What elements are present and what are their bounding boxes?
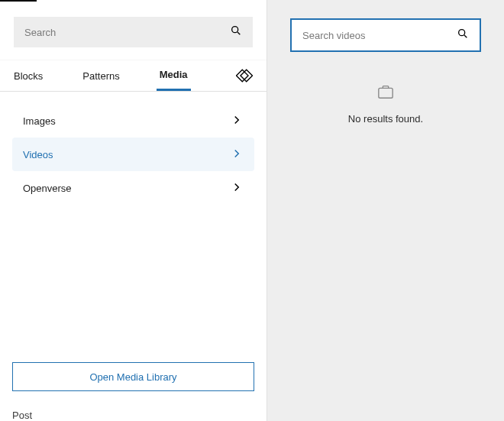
category-label: Openverse — [23, 183, 230, 194]
search-box[interactable]: Search — [14, 17, 253, 47]
tab-blocks[interactable]: Blocks — [11, 60, 46, 91]
inserter-panel: Search Blocks Patterns Media Images Vide… — [0, 0, 267, 421]
inserter-tabs: Blocks Patterns Media — [0, 60, 267, 92]
svg-rect-6 — [379, 88, 393, 98]
top-selection-marker — [0, 0, 37, 2]
svg-rect-3 — [241, 70, 253, 82]
chevron-right-icon — [230, 113, 244, 129]
category-videos[interactable]: Videos — [12, 138, 254, 171]
media-results-panel: Search videos No results found. — [267, 0, 504, 421]
video-search-placeholder: Search videos — [302, 30, 457, 41]
open-media-library-button[interactable]: Open Media Library — [12, 362, 254, 391]
category-label: Images — [23, 115, 230, 127]
svg-point-0 — [232, 27, 238, 33]
media-empty-icon — [377, 84, 394, 102]
search-icon — [230, 24, 242, 40]
svg-point-4 — [459, 30, 465, 36]
category-label: Videos — [23, 149, 230, 160]
category-images[interactable]: Images — [12, 104, 254, 138]
no-results-text: No results found. — [348, 113, 423, 125]
category-openverse[interactable]: Openverse — [12, 171, 254, 205]
video-search-box[interactable]: Search videos — [290, 18, 481, 52]
search-container: Search — [0, 0, 267, 60]
svg-rect-2 — [236, 70, 248, 82]
search-placeholder: Search — [24, 27, 230, 38]
media-categories: Images Videos Openverse — [0, 92, 267, 350]
chevron-right-icon — [230, 180, 244, 196]
svg-line-5 — [464, 35, 467, 37]
search-icon — [457, 28, 469, 43]
post-label: Post — [0, 403, 267, 421]
chevron-right-icon — [230, 147, 244, 163]
bottom-area: Open Media Library — [0, 350, 267, 403]
svg-line-1 — [237, 32, 240, 34]
pattern-explorer-icon[interactable] — [233, 67, 256, 84]
tab-media[interactable]: Media — [157, 60, 191, 91]
tab-patterns[interactable]: Patterns — [79, 60, 122, 91]
no-results: No results found. — [290, 84, 481, 125]
